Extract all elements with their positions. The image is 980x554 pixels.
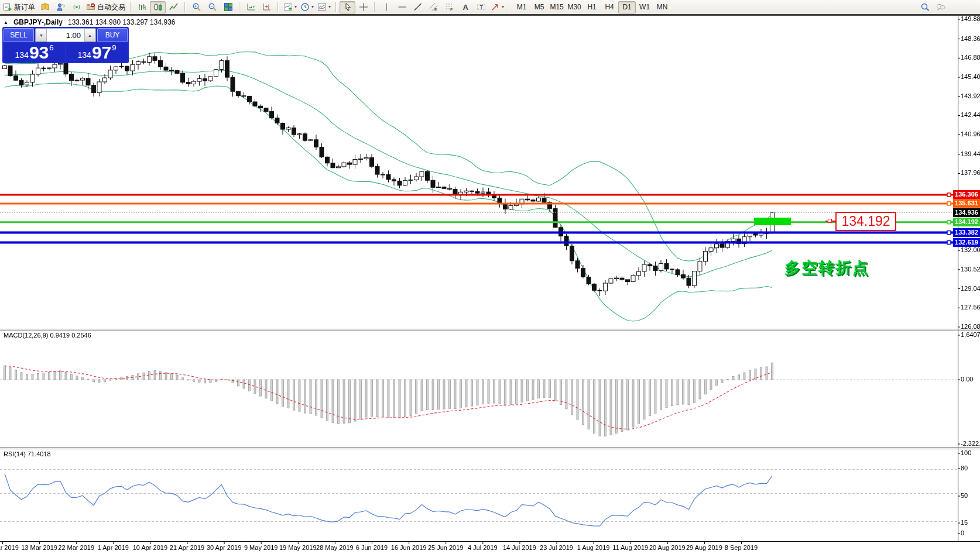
metaeditor-icon xyxy=(40,2,50,12)
toolbar-tf-mn-button[interactable]: MN xyxy=(653,1,671,13)
toolbar-tile-windows-button[interactable] xyxy=(220,1,236,13)
toolbar-new-order-button[interactable]: 新订单 xyxy=(1,1,37,13)
toolbar-tf-m1-button[interactable]: M1 xyxy=(513,1,530,13)
toolbar-tf-h1-label: H1 xyxy=(587,3,596,11)
toolbar-tf-h4-label: H4 xyxy=(605,3,614,11)
tile-windows-icon xyxy=(224,2,233,12)
buy-price-display[interactable]: 134 97 9 xyxy=(66,43,128,62)
rsi-level-label: 0 xyxy=(961,529,964,536)
collapse-arrow-icon[interactable]: ▲ xyxy=(4,20,8,25)
toolbar-separator xyxy=(130,2,131,12)
rsi-level-label: 80 xyxy=(961,464,968,472)
toolbar-crosshair-button[interactable] xyxy=(355,1,371,13)
date-axis-label: 9 May 2019 xyxy=(241,544,282,551)
toolbar-fibonacci-button[interactable]: F xyxy=(441,1,457,13)
toolbar-add-indicator-button[interactable]: ▾ xyxy=(282,1,299,13)
horizontal-line-icon xyxy=(398,2,407,12)
toolbar-text-label-button[interactable]: T xyxy=(473,1,489,13)
sell-button[interactable]: SELL xyxy=(4,28,34,42)
toolbar-chat-button[interactable] xyxy=(933,1,948,13)
svg-text:A: A xyxy=(462,3,468,12)
price-axis-label: 149.880 xyxy=(961,15,980,22)
toolbar-tf-h4-button[interactable]: H4 xyxy=(601,1,618,13)
auto-scroll-icon xyxy=(246,2,256,12)
price-axis-label: 129.040 xyxy=(961,285,980,292)
date-axis-label: 1 Aug 2019 xyxy=(573,544,614,551)
macd-scale-label: 0.00 xyxy=(961,376,973,383)
volume-spinner: ▼ ▲ xyxy=(35,28,96,42)
date-axis-label: 20 Aug 2019 xyxy=(647,544,688,551)
volume-increase-button[interactable]: ▲ xyxy=(84,29,95,42)
date-axis-label: 13 Mar 2019 xyxy=(19,544,60,551)
bar-chart-icon xyxy=(138,2,147,12)
price-line-tag: 134.936 xyxy=(953,208,980,217)
toolbar-auto-trading-button[interactable]: 自动交易 xyxy=(84,1,127,13)
toolbar-tf-m30-button[interactable]: M30 xyxy=(566,1,583,13)
sell-price-big: 93 xyxy=(29,44,49,61)
zoom-out-icon xyxy=(208,2,217,12)
buy-button[interactable]: BUY xyxy=(97,28,128,42)
toolbar-market-watch-button[interactable] xyxy=(53,1,68,13)
price-axis-label: 127.560 xyxy=(961,304,980,311)
toolbar-tf-m1-label: M1 xyxy=(517,3,527,11)
toolbar-zoom-out-button[interactable] xyxy=(204,1,220,13)
green-highlight-rectangle[interactable] xyxy=(754,218,791,225)
volume-input[interactable] xyxy=(47,29,84,42)
toolbar-tf-h1-button[interactable]: H1 xyxy=(583,1,601,13)
buy-price-big: 97 xyxy=(92,44,111,61)
toolbar-templates-button[interactable]: ▾ xyxy=(316,1,333,13)
price-axis-label: 140.960 xyxy=(961,130,980,137)
sell-price-display[interactable]: 134 93 6 xyxy=(4,43,65,62)
date-axis-label: 25 Jun 2019 xyxy=(425,544,466,551)
toolbar-candle-chart-button[interactable] xyxy=(150,1,166,13)
date-axis-label: 6 Jun 2019 xyxy=(351,544,392,551)
toolbar-signal-button[interactable] xyxy=(68,1,84,13)
rsi-level-label: 50 xyxy=(961,492,968,499)
svg-text:T: T xyxy=(479,4,483,10)
chevron-down-icon: ▾ xyxy=(328,5,331,9)
toolbar-line-chart-button[interactable] xyxy=(166,1,181,13)
toolbar-periods-button[interactable]: ▾ xyxy=(299,1,316,13)
price-axis-label: 148.360 xyxy=(961,35,980,42)
price-line-tag: 136.306 xyxy=(953,190,980,199)
periods-icon xyxy=(300,2,310,12)
price-callout-anchor[interactable] xyxy=(828,219,832,223)
toolbar-text-button[interactable]: A xyxy=(457,1,473,13)
price-callout-box[interactable]: 134.192 xyxy=(835,212,896,231)
metatrader-window: { "toolbar": { "groups": [ {"items": [ {… xyxy=(0,0,980,554)
toolbar: 新订单自动交易▾▾▾EFAT▾M1M5M15M30H1H4D1W1MN xyxy=(0,0,980,15)
toolbar-arrows-button[interactable]: ▾ xyxy=(489,1,506,13)
chinese-note-text[interactable]: 多空转折点 xyxy=(784,257,869,278)
chart-shift-icon xyxy=(262,2,272,12)
toolbar-tf-d1-label: D1 xyxy=(622,3,631,11)
toolbar-trend-line-button[interactable] xyxy=(410,1,426,13)
toolbar-bar-chart-button[interactable] xyxy=(134,1,150,13)
toolbar-equidistant-channel-button[interactable]: E xyxy=(426,1,441,13)
cursor-icon xyxy=(343,2,352,12)
toolbar-auto-scroll-button[interactable] xyxy=(243,1,259,13)
toolbar-chart-shift-button[interactable] xyxy=(259,1,275,13)
market-watch-icon xyxy=(56,2,66,12)
toolbar-cursor-button[interactable] xyxy=(340,1,355,13)
macd-scale-label: -2.3221 xyxy=(961,440,980,447)
toolbar-horizontal-line-button[interactable] xyxy=(394,1,410,13)
toolbar-separator xyxy=(277,2,279,12)
toolbar-search-button[interactable] xyxy=(917,1,933,13)
macd-scale-label: 1.6407 xyxy=(961,331,980,338)
search-icon xyxy=(920,2,930,12)
toolbar-metaeditor-button[interactable] xyxy=(37,1,53,13)
toolbar-tf-m5-button[interactable]: M5 xyxy=(530,1,548,13)
chevron-down-icon: ▾ xyxy=(502,5,504,9)
volume-decrease-button[interactable]: ▼ xyxy=(36,29,47,42)
date-axis-label: 10 Apr 2019 xyxy=(129,544,170,551)
toolbar-tf-w1-button[interactable]: W1 xyxy=(636,1,653,13)
toolbar-tf-m15-button[interactable]: M15 xyxy=(548,1,566,13)
toolbar-tf-d1-button[interactable]: D1 xyxy=(618,1,636,13)
chart-title-symbol: GBPJPY-,Daily xyxy=(13,18,63,26)
new-order-icon xyxy=(3,2,12,12)
toolbar-vertical-line-button[interactable] xyxy=(378,1,394,13)
signal-icon xyxy=(72,2,81,12)
trend-line-icon xyxy=(413,2,423,12)
add-indicator-icon xyxy=(283,2,293,12)
toolbar-zoom-in-button[interactable] xyxy=(189,1,204,13)
